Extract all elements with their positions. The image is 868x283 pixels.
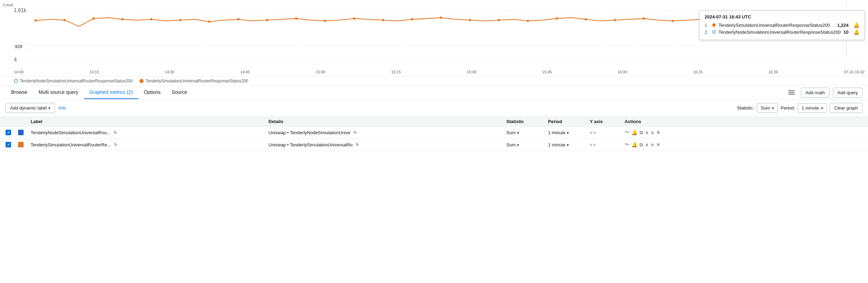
svg-point-13 [179, 19, 182, 21]
row2-action-remove[interactable]: ✕ [656, 142, 660, 147]
tooltip-value-2: 10 [844, 30, 849, 35]
row1-period-cell: 1 minute [548, 130, 590, 135]
row2-details-edit-icon[interactable]: ✎ [355, 142, 359, 147]
row2-action-down[interactable]: ∨ [651, 142, 654, 147]
x-tick: 15:30 [467, 70, 476, 74]
row1-action-trend[interactable]: 〜 [625, 129, 629, 136]
x-tick: 16:00 [618, 70, 627, 74]
row1-action-bell[interactable]: 🔔 [632, 130, 637, 135]
row2-label-cell: TenderlySimulationUniversalRouterRe... ✎ [31, 142, 268, 147]
chevron-down-icon[interactable] [567, 130, 569, 135]
row2-period-cell: 1 minute [548, 142, 590, 147]
tooltip-bell-2[interactable]: 🔔 [853, 29, 859, 35]
svg-point-24 [498, 19, 500, 21]
chevron-down-icon[interactable] [567, 142, 569, 147]
row1-details-edit-icon[interactable]: ✎ [353, 130, 357, 135]
row1-yaxis-right[interactable]: > [593, 130, 596, 135]
chevron-down-icon [48, 105, 50, 111]
tooltip-row-2: 2. TenderlyNodeSimulationUniversalRouter… [705, 29, 859, 35]
tooltip-bell-1[interactable]: 🔔 [853, 22, 859, 28]
row2-period-value: 1 minute [548, 142, 565, 147]
tooltip-num-2: 2. [705, 30, 709, 35]
tab-options[interactable]: Options [138, 86, 166, 99]
row2-color-swatch [18, 142, 24, 147]
row2-yaxis-cell: < > [590, 142, 625, 147]
tab-source[interactable]: Source [166, 86, 193, 99]
svg-point-29 [643, 17, 645, 20]
svg-point-25 [527, 20, 529, 22]
legend-dot-empty [14, 79, 18, 83]
svg-point-27 [585, 18, 587, 21]
svg-point-10 [93, 17, 95, 20]
hamburger-menu[interactable] [786, 89, 797, 96]
row1-checkbox[interactable] [6, 130, 11, 135]
svg-point-8 [34, 19, 37, 22]
row2-action-up[interactable]: ∧ [645, 142, 649, 147]
col-details: Details [268, 119, 506, 124]
row2-action-trend[interactable]: 〜 [625, 142, 629, 148]
x-tick: 16:30 [769, 70, 778, 74]
chevron-down-icon[interactable] [517, 130, 519, 135]
svg-text:928: 928 [15, 44, 22, 49]
add-math-button[interactable]: Add math [801, 88, 829, 98]
period-select[interactable]: 1 minute [798, 103, 827, 113]
period-label: Period: [781, 105, 795, 111]
row1-action-remove[interactable]: ✕ [656, 130, 660, 135]
info-link[interactable]: Info [58, 105, 66, 111]
x-tick: 14:30 [165, 70, 175, 74]
tab-browse[interactable]: Browse [6, 86, 33, 99]
tooltip-dot-1 [712, 23, 716, 27]
hamburger-line [788, 94, 795, 95]
tabs-bar: Browse Multi source query Graphed metric… [0, 86, 868, 99]
tab-graphed-metrics[interactable]: Graphed metrics (2) [84, 86, 138, 99]
legend-bar: TenderlyNodeSimulationUniversalRouterRes… [0, 76, 868, 86]
row2-edit-icon[interactable]: ✎ [114, 142, 118, 147]
row2-action-copy[interactable]: ⧉ [640, 142, 643, 148]
statistic-label: Statistic: [737, 105, 754, 111]
add-query-button[interactable]: Add query [833, 88, 862, 98]
clear-graph-button[interactable]: Clear graph [830, 103, 862, 113]
legend-dot-filled [139, 79, 144, 83]
row2-yaxis-right[interactable]: > [593, 142, 596, 147]
row2-action-bell[interactable]: 🔔 [632, 142, 637, 147]
col-actions: Actions [625, 119, 862, 124]
row1-label-cell: TenderlyNodeSimulationUniversalRou... ✎ [31, 130, 268, 135]
row1-action-up[interactable]: ∧ [645, 130, 649, 135]
tooltip-num-1: 1. [705, 23, 709, 28]
statistic-select[interactable]: Sum [757, 103, 778, 113]
row1-action-down[interactable]: ∨ [651, 130, 654, 135]
x-tick: 15:45 [542, 70, 552, 74]
tab-multi-source[interactable]: Multi source query [33, 86, 84, 99]
row2-checkbox[interactable] [6, 142, 11, 147]
svg-point-15 [237, 18, 239, 21]
add-dynamic-label-button[interactable]: Add dynamic label [6, 103, 55, 113]
legend-label-1: TenderlyNodeSimulationUniversalRouterRes… [20, 79, 132, 83]
row2-yaxis-left[interactable]: < [590, 142, 593, 147]
svg-point-18 [324, 20, 326, 22]
table-row: TenderlySimulationUniversalRouterRe... ✎… [0, 139, 868, 151]
chevron-down-icon [821, 105, 823, 111]
col-statistic: Statistic [506, 119, 548, 124]
row1-yaxis-left[interactable]: < [590, 130, 593, 135]
row1-action-copy[interactable]: ⧉ [640, 130, 643, 136]
x-tick: 14:45 [240, 70, 250, 74]
legend-item-1: TenderlyNodeSimulationUniversalRouterRes… [14, 79, 132, 83]
col-label: Label [31, 119, 268, 124]
row2-actions-cell: 〜 🔔 ⧉ ∧ ∨ ✕ [625, 142, 862, 148]
row1-color-swatch [18, 130, 24, 135]
x-tick: 15:00 [316, 70, 326, 74]
svg-point-9 [64, 19, 66, 21]
table-header: Label Details Statistic Period Y axis Ac… [0, 117, 868, 127]
tooltip-value-1: 1,224 [837, 23, 849, 28]
y-axis-label: Count [3, 3, 13, 7]
controls-right: Statistic: Sum Period: 1 minute Clear gr… [737, 103, 862, 113]
tooltip-metric-2: TenderlyNodeSimulationUniversalRouterRes… [718, 30, 841, 35]
chevron-down-icon[interactable] [517, 142, 519, 147]
row1-edit-icon[interactable]: ✎ [113, 130, 117, 135]
row1-stat-value: Sum [506, 130, 516, 135]
controls-bar: Add dynamic label Info Statistic: Sum Pe… [0, 99, 868, 117]
svg-point-11 [121, 18, 123, 21]
hamburger-line [788, 90, 795, 91]
statistic-value: Sum [761, 105, 770, 111]
svg-text:4: 4 [14, 56, 17, 63]
